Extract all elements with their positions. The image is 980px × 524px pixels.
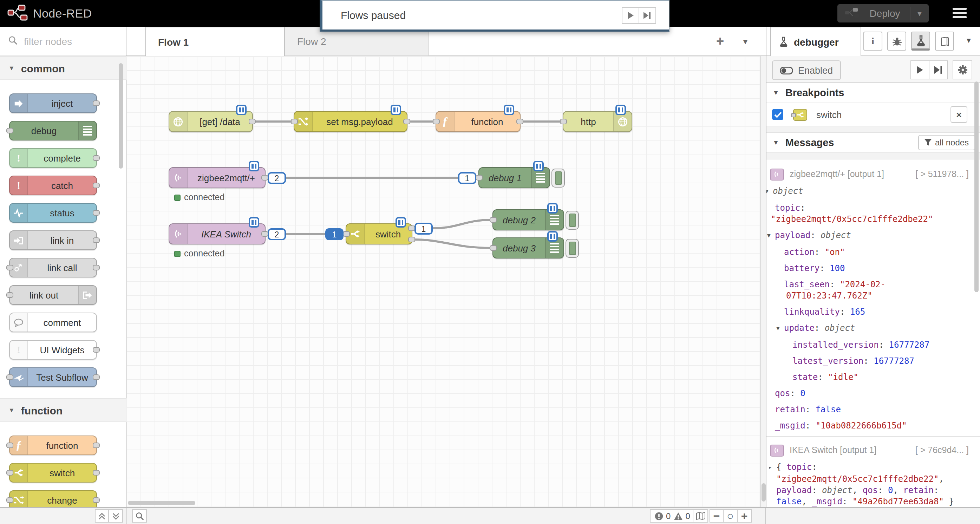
output-port[interactable] [93, 183, 100, 188]
zoom-reset-button[interactable]: ○ [724, 509, 738, 522]
input-count-badge[interactable]: 1 [325, 228, 344, 240]
collapse-caret-icon[interactable]: ▼ [776, 323, 784, 334]
json-tree-entry[interactable]: installed_version: 16777287 [767, 339, 980, 351]
pause-breakpoint-badge[interactable] [236, 105, 247, 115]
input-port[interactable] [6, 375, 13, 380]
pause-breakpoint-badge[interactable] [391, 105, 401, 115]
sidebar-menu-caret-icon[interactable]: ▼ [965, 37, 972, 44]
deploy-caret-icon[interactable]: ▼ [910, 7, 929, 20]
help-tab-button[interactable] [935, 32, 954, 51]
json-tree-entry[interactable]: topic: "zigbee2mqtt/0x5cc7c1fffe2dbe22" [767, 202, 980, 225]
wire[interactable] [433, 220, 491, 228]
flow-node-debug-1[interactable]: debug 11 [479, 167, 550, 188]
pause-breakpoint-badge[interactable] [249, 161, 259, 171]
pause-breakpoint-badge[interactable] [547, 231, 558, 241]
step-message-button[interactable] [639, 7, 656, 24]
palette-node-switch[interactable]: switch [9, 463, 97, 483]
palette-node-link-in[interactable]: link in [9, 230, 97, 250]
expand-caret-icon[interactable]: ▸ [768, 462, 776, 473]
input-port[interactable] [6, 443, 13, 448]
output-port[interactable] [93, 210, 100, 216]
output-port[interactable] [93, 375, 100, 380]
json-tree-entry[interactable]: latest_version: 16777287 [767, 356, 980, 367]
pause-breakpoint-badge[interactable] [616, 105, 626, 115]
flow-node-ikea-switch[interactable]: IKEA Switch2 [169, 223, 266, 245]
flow-canvas[interactable]: [get] /dataset msg.payloadƒfunctionhttpc… [126, 56, 760, 507]
info-tab-button[interactable]: i [863, 32, 882, 51]
navigator-button[interactable] [693, 509, 708, 522]
palette-node-debug[interactable]: debug [9, 121, 97, 140]
palette-node-change[interactable]: change [9, 490, 97, 507]
json-tree-entry[interactable]: linkquality: 165 [767, 306, 980, 318]
palette-scrollbar[interactable] [119, 63, 123, 168]
palette-section-header-function[interactable]: ▼function [0, 398, 126, 422]
output-port[interactable] [403, 119, 410, 124]
message-id-link[interactable]: [ > 76c9d4... ] [915, 445, 969, 455]
input-port[interactable] [291, 119, 298, 124]
palette-node-comment[interactable]: comment [9, 313, 97, 332]
collapse-caret-icon[interactable]: ▼ [766, 186, 773, 197]
pause-breakpoint-badge[interactable] [547, 203, 558, 214]
expand-palette-categories-button[interactable] [109, 509, 123, 522]
canvas-issue-counts[interactable]: 0 0 [650, 509, 695, 522]
zoom-out-button[interactable]: − [710, 509, 724, 522]
resume-flows-button[interactable] [622, 7, 639, 24]
output-port-2[interactable] [408, 237, 415, 242]
debug-toggle-button[interactable] [552, 168, 565, 187]
json-tree-entry[interactable]: ▼object [767, 186, 980, 197]
palette-node-test-subflow[interactable]: Test Subflow [9, 367, 97, 387]
output-port[interactable] [93, 265, 100, 270]
palette-section-header-common[interactable]: ▼common [0, 56, 126, 80]
output-count-badge[interactable]: 2 [268, 172, 286, 184]
json-tree-entry[interactable]: _msgid: "10ab0822666b615d" [767, 420, 980, 431]
json-tree-entry[interactable]: action: "on" [767, 246, 980, 258]
output-port[interactable] [93, 100, 100, 106]
debugger-play-button[interactable] [910, 60, 929, 79]
debug-toggle-button[interactable] [566, 211, 579, 230]
flow-node-http[interactable]: http [563, 111, 632, 132]
output-port[interactable] [516, 119, 523, 124]
palette-scroll-area[interactable]: ▼commoninjectdebug!complete!catchstatusl… [0, 56, 126, 507]
json-tree-entry[interactable]: qos: 0 [767, 388, 980, 399]
input-port[interactable] [6, 292, 13, 298]
output-port[interactable] [93, 470, 100, 476]
json-tree-entry[interactable]: ▼update: object [767, 322, 980, 334]
sidebar-scrollbar[interactable] [974, 81, 978, 292]
palette-node-function[interactable]: ƒfunction [9, 435, 97, 455]
menu-button[interactable] [953, 8, 967, 21]
debug-toggle-button[interactable] [566, 239, 579, 258]
output-port[interactable] [93, 497, 100, 503]
json-tree-entry[interactable]: ▼payload: object [767, 230, 980, 241]
palette-filter-input[interactable] [22, 35, 110, 48]
flow-node-debug-3[interactable]: debug 3 [492, 237, 564, 259]
palette-node-link-out[interactable]: link out [9, 285, 97, 305]
output-port[interactable] [93, 155, 100, 161]
input-port[interactable] [476, 175, 483, 181]
breakpoint-checkbox[interactable] [772, 109, 783, 120]
collapse-caret-icon[interactable]: ▼ [767, 230, 775, 241]
messages-section-header[interactable]: ▼ Messages all nodes [767, 133, 980, 153]
deploy-button[interactable]: Deploy ▼ [837, 4, 929, 22]
debugger-step-button[interactable] [929, 60, 948, 79]
pause-breakpoint-badge[interactable] [533, 161, 544, 171]
output-port[interactable] [93, 237, 100, 243]
flow-node-zigbee2mqtt/+[interactable]: zigbee2mqtt/+2 [169, 167, 266, 188]
palette-node-inject[interactable]: inject [9, 94, 97, 113]
palette-node-complete[interactable]: !complete [9, 148, 97, 168]
debugger-tab-button[interactable] [911, 32, 930, 51]
flow-node-switch[interactable]: switch11 [346, 223, 412, 245]
message-id-link[interactable]: [ > 511978... ] [915, 169, 969, 179]
palette-node-status[interactable]: status [9, 203, 97, 223]
output-count-badge[interactable]: 2 [268, 228, 286, 240]
input-port[interactable] [433, 119, 440, 124]
json-raw-entry[interactable]: ▸{ topic:"zigbee2mqtt/0x5cc7c1fffe2dbe22… [767, 462, 980, 507]
debug-messages-tab-button[interactable] [887, 32, 906, 51]
flow-node-set-msg.payload[interactable]: set msg.payload [294, 111, 407, 132]
message-filter-button[interactable]: all nodes [918, 135, 975, 150]
input-port[interactable] [6, 265, 13, 270]
canvas-search-button[interactable] [132, 509, 147, 522]
pause-breakpoint-badge[interactable] [504, 105, 514, 115]
wire[interactable] [414, 240, 491, 248]
output-port[interactable] [93, 443, 100, 448]
tab-flow-1[interactable]: Flow 1 [145, 27, 285, 56]
